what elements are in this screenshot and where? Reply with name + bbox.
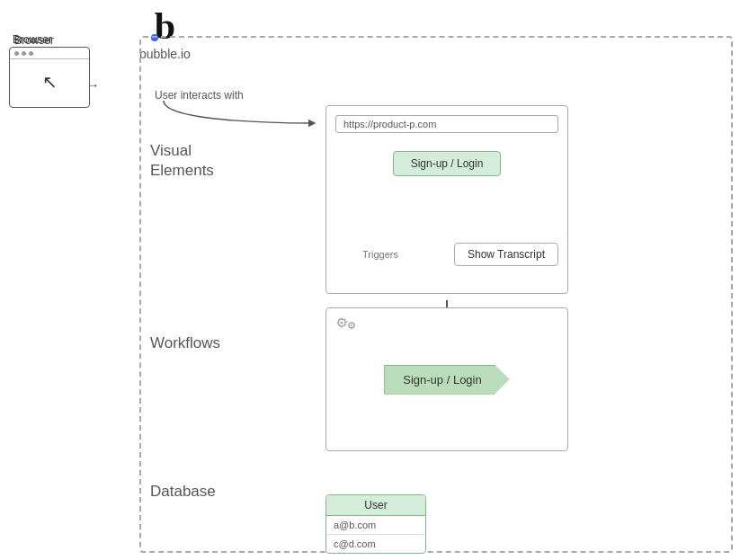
svg-point-1 — [341, 322, 343, 324]
browser-content: ↖ — [10, 59, 89, 104]
workflow-box: Sign-up / Login — [325, 307, 568, 451]
browser-dot-1 — [14, 51, 19, 56]
svg-rect-2 — [341, 318, 343, 320]
main-diagram-container: User interacts with VisualElements https… — [139, 36, 733, 553]
svg-rect-3 — [341, 326, 343, 328]
gear-icon — [334, 314, 359, 335]
browser-title: Browser — [14, 34, 54, 47]
signup-login-button-visual[interactable]: Sign-up / Login — [393, 151, 501, 176]
show-transcript-button[interactable]: Show Transcript — [454, 243, 558, 266]
svg-rect-12 — [351, 323, 352, 324]
database-box: User a@b.com c@d.com — [325, 494, 426, 554]
browser-box: ↖ — [9, 47, 90, 108]
db-table-header: User — [326, 495, 425, 516]
cursor-icon: ↖ — [42, 71, 58, 93]
browser-arrow-right: → — [87, 78, 99, 92]
workflows-label: Workflows — [150, 334, 220, 352]
db-row-1: a@b.com — [326, 516, 425, 535]
svg-rect-4 — [338, 321, 340, 323]
database-label: Database — [150, 483, 216, 501]
visual-elements-label: VisualElements — [150, 141, 214, 181]
url-bar[interactable]: https://product-p.com — [335, 115, 558, 133]
browser-toolbar — [10, 48, 89, 59]
db-row-2: c@d.com — [326, 535, 425, 553]
browser-dot-3 — [29, 51, 33, 56]
visual-elements-box: https://product-p.com Sign-up / Login Tr… — [325, 105, 568, 294]
triggers-row: Triggers Show Transcript — [335, 243, 558, 266]
interacts-arrow-svg — [155, 96, 334, 141]
triggers-label: Triggers — [362, 249, 398, 260]
svg-point-11 — [351, 324, 352, 326]
svg-rect-5 — [346, 321, 348, 323]
svg-rect-15 — [353, 324, 355, 326]
svg-rect-13 — [351, 327, 352, 329]
browser-dot-2 — [22, 51, 26, 56]
svg-rect-14 — [349, 324, 351, 326]
signup-login-workflow: Sign-up / Login — [384, 365, 509, 395]
